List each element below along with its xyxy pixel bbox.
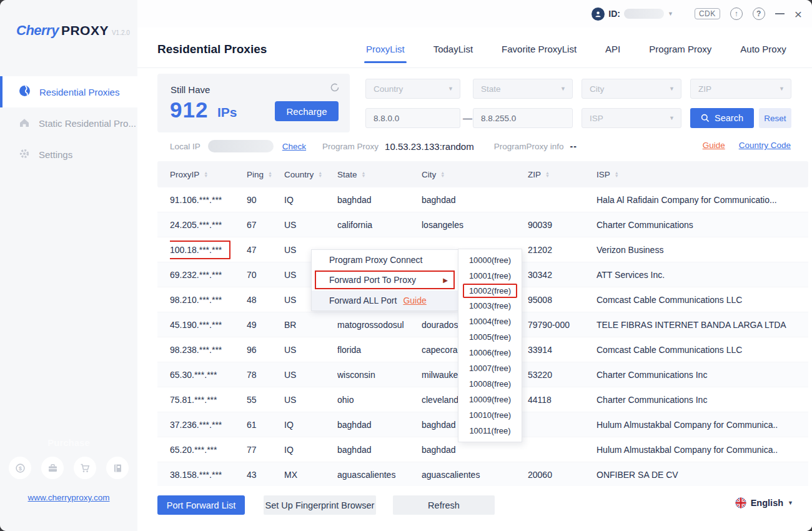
tab-proxylist[interactable]: ProxyList (366, 44, 405, 63)
sidebar-item-label: Settings (39, 149, 72, 160)
recharge-button[interactable]: Recharge (275, 101, 339, 121)
table-row[interactable]: 24.205.***.***67UScalifornialosangeles90… (157, 212, 808, 237)
sort-icon[interactable]: ▲▼ (440, 171, 445, 178)
minimize-button[interactable] (775, 13, 785, 14)
cell-isp: ATT Services Inc. (597, 270, 808, 280)
chevron-down-icon: ▼ (779, 86, 785, 92)
sidebar-item-label: Static Residential Pro... (39, 118, 136, 129)
cell-isp: Charter Communications Inc (597, 395, 808, 405)
local-ip-blurred (208, 140, 274, 152)
guide-link[interactable]: Guide (403, 295, 426, 305)
cell-state: california (337, 220, 422, 230)
help-icon[interactable]: ? (753, 7, 765, 20)
website-link[interactable]: www.cherryproxy.com (27, 493, 109, 502)
sidebar-footer: Purchase $ www.cherryproxy.com (0, 437, 137, 531)
sort-icon[interactable]: ▲▼ (204, 171, 208, 178)
refresh-balance-icon[interactable] (330, 82, 340, 95)
table-row[interactable]: 38.158.***.***43MXaguascalientesaguascal… (157, 462, 808, 487)
ip-range-start-input[interactable]: 8.8.0.0 (365, 108, 460, 128)
isp-select[interactable]: ISP▼ (582, 108, 681, 128)
sort-icon[interactable]: ▲▼ (615, 171, 619, 178)
port-option-10005[interactable]: 10005(free) (458, 329, 522, 345)
account-id[interactable]: ID: ▼ (592, 7, 673, 21)
port-option-10002[interactable]: 10002(free) (463, 284, 517, 298)
column-header-zip[interactable]: ZIP▲▼ (528, 170, 597, 179)
titlebar: ID: ▼ CDK ↑ ? × (137, 0, 812, 27)
refresh-button[interactable]: Refresh (393, 495, 495, 515)
program-proxy-info-label: ProgramProxy info (494, 142, 564, 151)
table-row[interactable]: 91.106.***.***90IQbaghdadbaghdadHala Al … (157, 187, 808, 212)
sort-icon[interactable]: ▲▼ (268, 171, 272, 178)
sort-icon[interactable]: ▲▼ (545, 171, 550, 178)
column-header-ping[interactable]: Ping▲▼ (247, 170, 284, 179)
close-button[interactable]: × (795, 7, 802, 21)
avatar (592, 7, 605, 21)
column-header-proxyip[interactable]: ProxyIP▲▼ (170, 170, 247, 179)
chevron-down-icon: ▼ (669, 86, 675, 92)
port-option-10000[interactable]: 10000(free) (458, 252, 522, 268)
cell-proxyip: 69.232.***.*** (170, 270, 247, 280)
check-link[interactable]: Check (282, 142, 306, 151)
menu-item-program-proxy-connect[interactable]: Program Proxy Connect (312, 250, 458, 269)
upgrade-icon[interactable]: ↑ (730, 7, 743, 20)
port-forward-list-button[interactable]: Port Forward List (157, 495, 245, 515)
briefcase-icon[interactable] (41, 457, 64, 479)
local-ip-row: Local IP Check Program Proxy 10.53.23.13… (170, 139, 577, 154)
cell-ping: 61 (247, 420, 284, 430)
ledger-icon[interactable] (106, 457, 129, 479)
tab-api[interactable]: API (605, 44, 620, 63)
port-option-10003[interactable]: 10003(free) (458, 298, 522, 314)
globe-icon (19, 85, 31, 99)
fingerprint-browser-button[interactable]: Set Up Fingerprint Browser (264, 495, 376, 515)
port-option-10009[interactable]: 10009(free) (458, 392, 522, 407)
port-option-10006[interactable]: 10006(free) (458, 345, 522, 360)
sort-icon[interactable]: ▲▼ (362, 171, 366, 178)
tab-auto-proxy[interactable]: Auto Proxy (740, 44, 786, 63)
sidebar-item-residential-proxies[interactable]: Residential Proxies (0, 76, 137, 107)
sidebar-item-settings[interactable]: Settings (0, 139, 137, 170)
sidebar-item-static-residential-pro[interactable]: Static Residential Pro... (0, 107, 137, 139)
sort-icon[interactable]: ▲▼ (318, 171, 322, 178)
ip-unit: IPs (217, 105, 237, 120)
page-title: Residential Proxies (157, 42, 267, 56)
chevron-down-icon[interactable]: ▼ (668, 11, 673, 17)
language-selector[interactable]: English ▼ (735, 497, 793, 509)
cell-ping: 90 (247, 195, 284, 205)
port-option-10011[interactable]: 10011(free) (458, 423, 522, 439)
menu-item-forward-all-port[interactable]: Forward ALL Port Guide (312, 290, 458, 310)
menu-item-forward-port-to-proxy[interactable]: Forward Port To Proxy ▶ (315, 270, 455, 289)
tab-favorite-proxylist[interactable]: Favorite ProxyList (502, 44, 577, 63)
money-back-icon[interactable]: $ (9, 457, 31, 479)
cell-state: florida (337, 345, 422, 355)
cell-proxyip: 38.158.***.*** (170, 470, 247, 480)
reset-button[interactable]: Reset (759, 108, 791, 128)
port-option-10010[interactable]: 10010(free) (458, 407, 522, 423)
tab-program-proxy[interactable]: Program Proxy (649, 44, 711, 63)
search-button[interactable]: Search (690, 108, 754, 128)
port-option-10004[interactable]: 10004(free) (458, 314, 522, 329)
cdk-button[interactable]: CDK (695, 8, 720, 19)
column-header-isp[interactable]: ISP▲▼ (597, 170, 808, 179)
port-option-10007[interactable]: 10007(free) (458, 360, 522, 376)
uk-flag-icon (735, 497, 746, 509)
cell-proxyip: 100.18.***.*** (170, 241, 247, 259)
cell-ping: 78 (247, 370, 284, 380)
cell-state: ohio (337, 395, 422, 405)
cart-icon[interactable] (74, 457, 96, 479)
port-option-10001[interactable]: 10001(free) (458, 268, 522, 284)
column-header-state[interactable]: State▲▼ (337, 170, 422, 179)
country-select[interactable]: Country▼ (365, 79, 460, 99)
ip-range-end-input[interactable]: 8.8.255.0 (473, 108, 573, 128)
state-select[interactable]: State▼ (473, 79, 573, 99)
guide-link[interactable]: Guide (703, 141, 725, 150)
port-option-10008[interactable]: 10008(free) (458, 376, 522, 392)
still-have-label: Still Have (171, 84, 210, 95)
column-header-country[interactable]: Country▲▼ (284, 170, 337, 179)
country-code-link[interactable]: Country Code (739, 141, 791, 150)
city-select[interactable]: City▼ (582, 79, 681, 99)
zip-select[interactable]: ZIP▼ (690, 79, 791, 99)
column-header-city[interactable]: City▲▼ (422, 170, 528, 179)
cell-ping: 67 (247, 220, 284, 230)
cell-zip: 21202 (528, 245, 597, 255)
tab-todaylist[interactable]: TodayList (433, 44, 473, 63)
